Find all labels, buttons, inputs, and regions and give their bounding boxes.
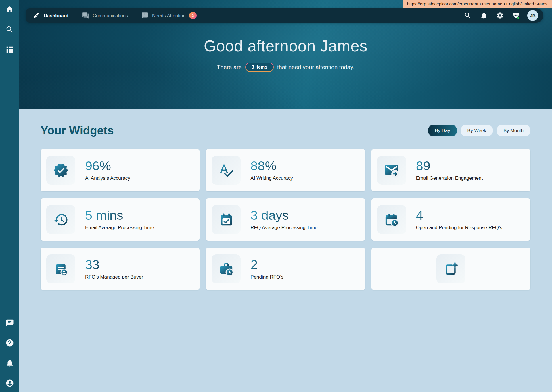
settings-gear-icon	[496, 12, 504, 19]
user-avatar[interactable]: JB	[527, 10, 538, 21]
widget-card-email-generation[interactable]: 89 Email Generation Engagement	[371, 149, 530, 191]
widget-label: AI Writing Accuracy	[250, 175, 293, 181]
widget-card-pending-rfqs[interactable]: 2 Pending RFQ’s	[206, 248, 365, 290]
widget-value: 96%	[85, 159, 111, 173]
left-rail	[0, 0, 19, 392]
nav-tab-communications[interactable]: Communications	[82, 12, 128, 19]
sidebar-home-button[interactable]	[5, 5, 15, 14]
widget-grid: 96% AI Analysis Accuracy 88% AI Writing …	[41, 149, 530, 290]
widget-card-open-pending-rfqs[interactable]: 4 Open and Pending for Response RFQ’s	[371, 198, 530, 241]
widget-label: Open and Pending for Response RFQ’s	[416, 225, 502, 231]
nav-search-button[interactable]	[463, 11, 473, 20]
widget-value: 4	[416, 208, 423, 223]
add-widget-icon	[436, 254, 465, 283]
forum-icon	[82, 12, 89, 19]
attention-summary: There are 3 items that need your attenti…	[19, 63, 552, 72]
sidebar-apps-button[interactable]	[5, 45, 15, 55]
widget-label: Email Generation Engagement	[416, 175, 483, 181]
page-title: Your Widgets	[41, 124, 114, 137]
help-icon	[5, 339, 14, 347]
left-rail-bottom-group	[5, 318, 15, 388]
attention-items-pill[interactable]: 3 items	[245, 63, 274, 72]
widget-value: 3 days	[250, 208, 289, 223]
document-person-icon	[46, 254, 75, 283]
notifications-icon	[5, 359, 14, 367]
sidebar-account-button[interactable]	[5, 378, 15, 388]
filter-by-month-button[interactable]: By Month	[497, 125, 530, 136]
widget-card-ai-writing-accuracy[interactable]: 88% AI Writing Accuracy	[206, 149, 365, 191]
nav-tab-needs-attention-label: Needs Attention	[152, 13, 186, 18]
widget-value: 89	[416, 159, 430, 173]
filter-by-week-button[interactable]: By Week	[461, 125, 493, 136]
widget-value: 33	[85, 258, 99, 272]
nav-settings-button[interactable]	[495, 11, 505, 20]
widgets-section: Your Widgets By Day By Week By Month 96%…	[19, 109, 552, 392]
epicor-logo	[33, 12, 40, 19]
nav-health-button[interactable]	[511, 11, 521, 20]
search-icon	[464, 12, 471, 19]
greeting-title: Good afternoon James	[19, 37, 552, 55]
nav-tab-dashboard-label: Dashboard	[44, 13, 68, 18]
verified-badge-icon	[46, 156, 75, 185]
health-pulse-icon	[512, 12, 520, 19]
filter-by-day-button[interactable]: By Day	[428, 125, 457, 136]
apps-grid-icon	[5, 45, 14, 54]
nav-tab-communications-label: Communications	[93, 13, 128, 18]
nav-tab-dashboard[interactable]: Dashboard	[33, 12, 68, 19]
attention-summary-prefix: There are	[217, 64, 242, 71]
top-navbar: Dashboard Communications Needs Attention…	[26, 8, 543, 23]
search-icon	[5, 25, 14, 34]
widget-value: 5 mins	[85, 208, 123, 223]
chat-feedback-icon	[5, 318, 14, 327]
sidebar-help-button[interactable]	[5, 338, 15, 348]
widget-value: 88%	[250, 159, 276, 173]
email-forward-icon	[377, 156, 406, 185]
nav-notifications-button[interactable]	[479, 11, 489, 20]
nav-tab-needs-attention[interactable]: Needs Attention 3	[141, 12, 197, 19]
calendar-clock-icon	[377, 205, 406, 234]
widget-label: RFQ Average Processing Time	[250, 225, 317, 231]
widget-card-rfqs-per-buyer[interactable]: 33 RFQ’s Managed per Buyer	[41, 248, 200, 290]
notifications-icon	[480, 12, 488, 19]
sidebar-feedback-button[interactable]	[5, 318, 15, 328]
attention-summary-suffix: that need your attention today.	[277, 64, 354, 71]
history-clock-icon	[46, 205, 75, 234]
widget-card-ai-analysis-accuracy[interactable]: 96% AI Analysis Accuracy	[41, 149, 200, 191]
status-green-dot	[517, 17, 519, 19]
browser-url-overlay: https://erp.labs.epicor.com/erpcurrent •…	[402, 0, 552, 8]
briefcase-clock-icon	[212, 254, 241, 283]
widget-card-rfq-processing-time[interactable]: 3 days RFQ Average Processing Time	[206, 198, 365, 241]
calendar-check-icon	[212, 205, 241, 234]
widget-label: RFQ’s Managed per Buyer	[85, 274, 143, 280]
needs-attention-count-badge: 3	[189, 12, 197, 19]
add-widget-card[interactable]	[371, 248, 530, 290]
account-icon	[5, 379, 14, 387]
widget-label: Email Average Processing Time	[85, 225, 154, 231]
widget-card-email-processing-time[interactable]: 5 mins Email Average Processing Time	[41, 198, 200, 241]
sidebar-notifications-button[interactable]	[5, 358, 15, 368]
time-filter-group: By Day By Week By Month	[428, 125, 530, 136]
spellcheck-icon	[212, 156, 241, 185]
widget-label: AI Analysis Accuracy	[85, 175, 130, 181]
announcement-icon	[141, 12, 149, 19]
widget-label: Pending RFQ’s	[250, 274, 283, 280]
widget-value: 2	[250, 258, 258, 272]
left-rail-top-group	[5, 5, 15, 55]
sidebar-search-button[interactable]	[5, 25, 15, 34]
home-icon	[5, 5, 14, 14]
